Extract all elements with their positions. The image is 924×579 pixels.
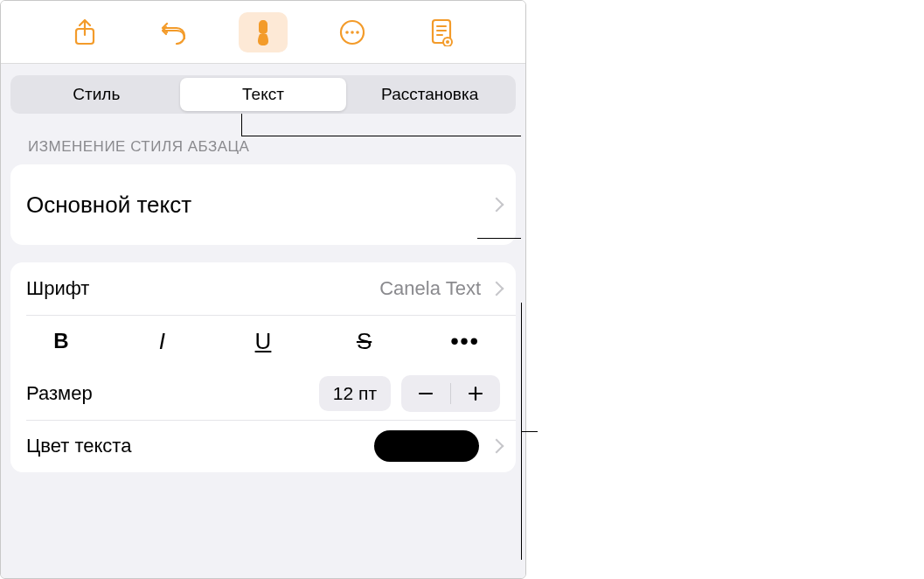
panel-body: Стиль Текст Расстановка ИЗМЕНЕНИЕ СТИЛЯ … [1, 64, 525, 578]
tab-text-label: Текст [242, 85, 284, 104]
text-color-label: Цвет текста [26, 435, 131, 457]
share-icon [73, 18, 96, 46]
undo-button[interactable] [149, 12, 198, 52]
more-label: ••• [451, 328, 480, 355]
font-card: Шрифт Canela Text B I U S •• [10, 262, 516, 472]
text-color-row[interactable]: Цвет текста [10, 420, 516, 472]
segmented-control: Стиль Текст Расстановка [10, 75, 516, 114]
toolbar [1, 1, 525, 64]
italic-label: I [159, 328, 165, 355]
paragraph-style-card: Основной текст [10, 164, 516, 245]
size-decrease-button[interactable] [401, 375, 450, 412]
more-icon [339, 19, 365, 45]
plus-icon [467, 385, 484, 402]
more-format-button[interactable]: ••• [414, 315, 516, 367]
tab-layout-label: Расстановка [381, 85, 478, 104]
svg-point-10 [446, 40, 449, 44]
minus-icon [417, 385, 434, 402]
size-increase-button[interactable] [451, 375, 500, 412]
svg-point-3 [351, 31, 354, 34]
strikethrough-button[interactable]: S [314, 315, 415, 367]
chevron-right-icon [491, 198, 500, 212]
tab-style[interactable]: Стиль [13, 78, 180, 111]
size-label: Размер [26, 382, 93, 405]
size-value-field[interactable]: 12 пт [319, 376, 391, 411]
bold-button[interactable]: B [10, 315, 112, 367]
tab-layout[interactable]: Расстановка [346, 78, 513, 111]
document-icon [430, 18, 453, 46]
text-format-row: B I U S ••• [10, 315, 516, 367]
underline-button[interactable]: U [212, 315, 314, 367]
font-label: Шрифт [26, 277, 89, 300]
paragraph-style-row[interactable]: Основной текст [10, 164, 516, 245]
font-row[interactable]: Шрифт Canela Text [10, 262, 516, 315]
italic-button[interactable]: I [112, 315, 213, 367]
color-swatch[interactable] [374, 430, 479, 462]
chevron-right-icon [491, 439, 500, 453]
svg-point-4 [356, 31, 359, 34]
tab-style-label: Стиль [73, 85, 120, 104]
tab-text[interactable]: Текст [180, 78, 347, 111]
format-panel: Стиль Текст Расстановка ИЗМЕНЕНИЕ СТИЛЯ … [0, 0, 526, 579]
paragraph-style-value: Основной текст [26, 192, 191, 219]
strike-label: S [357, 328, 372, 355]
underline-label: U [255, 328, 272, 355]
brush-icon [251, 18, 275, 46]
document-view-button[interactable] [417, 12, 466, 52]
size-value: 12 пт [333, 383, 377, 403]
more-button[interactable] [328, 12, 377, 52]
size-row: Размер 12 пт [10, 367, 516, 420]
share-button[interactable] [60, 12, 109, 52]
format-brush-button[interactable] [239, 12, 288, 52]
bold-label: B [53, 329, 68, 353]
font-value: Canela Text [379, 277, 481, 300]
svg-point-2 [345, 31, 349, 34]
section-header-paragraph-style: ИЗМЕНЕНИЕ СТИЛЯ АБЗАЦА [28, 138, 516, 156]
size-stepper [401, 375, 500, 412]
undo-icon [161, 20, 187, 45]
chevron-right-icon [491, 282, 500, 296]
